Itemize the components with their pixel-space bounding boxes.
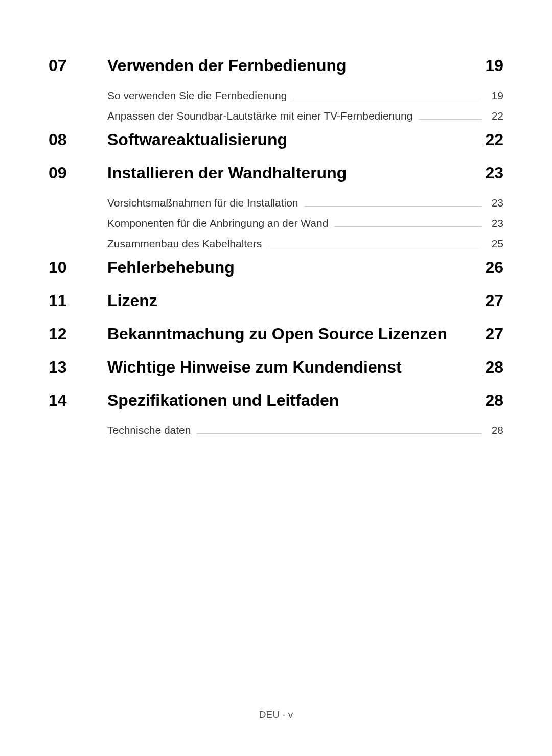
section-title: Verwenden der Fernbedienung [107, 56, 485, 75]
leader-line [293, 99, 482, 99]
toc-section-header[interactable]: 14 Spezifikationen und Leitfaden 28 [49, 391, 503, 410]
sub-entry-title: So verwenden Sie die Fernbedienung [107, 89, 287, 102]
toc-section-header[interactable]: 13 Wichtige Hinweise zum Kundendienst 28 [49, 358, 503, 377]
section-page: 28 [485, 358, 503, 377]
section-title: Wichtige Hinweise zum Kundendienst [107, 358, 485, 377]
toc-content: 07 Verwenden der Fernbedienung 19 So ver… [0, 0, 552, 437]
sub-entry-page: 22 [488, 110, 503, 122]
section-title: Bekanntmachung zu Open Source Lizenzen [107, 325, 485, 343]
sub-entry-page: 19 [488, 89, 503, 102]
toc-section-header[interactable]: 12 Bekanntmachung zu Open Source Lizenze… [49, 325, 503, 343]
toc-section-header[interactable]: 10 Fehlerbehebung 26 [49, 258, 503, 277]
toc-sub-entry[interactable]: Technische daten 28 [107, 424, 503, 437]
sub-entry-page: 23 [488, 197, 503, 209]
toc-section: 12 Bekanntmachung zu Open Source Lizenze… [49, 325, 503, 343]
section-title: Softwareaktualisierung [107, 130, 485, 149]
section-page: 22 [485, 130, 503, 149]
sub-entry-title: Vorsichtsmaßnahmen für die Installation [107, 197, 298, 209]
section-page: 27 [485, 325, 503, 343]
section-number: 14 [49, 391, 107, 410]
toc-sub-entry[interactable]: Zusammenbau des Kabelhalters 25 [107, 238, 503, 250]
sub-entry-title: Zusammenbau des Kabelhalters [107, 238, 262, 250]
toc-section-header[interactable]: 09 Installieren der Wandhalterung 23 [49, 164, 503, 182]
section-number: 09 [49, 164, 107, 182]
toc-section: 07 Verwenden der Fernbedienung 19 So ver… [49, 56, 503, 122]
page-footer: DEU - v [0, 709, 552, 720]
section-page: 26 [485, 258, 503, 277]
toc-section: 09 Installieren der Wandhalterung 23 Vor… [49, 164, 503, 250]
sub-entry-page: 23 [488, 217, 503, 230]
leader-line [268, 247, 482, 247]
sub-entry-title: Technische daten [107, 424, 191, 437]
toc-section: 10 Fehlerbehebung 26 [49, 258, 503, 277]
sub-entry-title: Komponenten für die Anbringung an der Wa… [107, 217, 328, 230]
section-number: 10 [49, 258, 107, 277]
leader-line [334, 226, 482, 227]
section-page: 28 [485, 391, 503, 410]
section-title: Spezifikationen und Leitfaden [107, 391, 485, 410]
toc-section: 13 Wichtige Hinweise zum Kundendienst 28 [49, 358, 503, 377]
section-number: 12 [49, 325, 107, 343]
section-number: 13 [49, 358, 107, 377]
toc-sub-entry[interactable]: Vorsichtsmaßnahmen für die Installation … [107, 197, 503, 209]
toc-section: 14 Spezifikationen und Leitfaden 28 Tech… [49, 391, 503, 437]
toc-section-header[interactable]: 11 Lizenz 27 [49, 291, 503, 310]
section-page: 23 [485, 164, 503, 182]
section-number: 08 [49, 130, 107, 149]
section-title: Installieren der Wandhalterung [107, 164, 485, 182]
leader-line [197, 433, 482, 434]
section-page: 19 [485, 56, 503, 75]
section-title: Fehlerbehebung [107, 258, 485, 277]
toc-sub-entry[interactable]: So verwenden Sie die Fernbedienung 19 [107, 89, 503, 102]
toc-section: 11 Lizenz 27 [49, 291, 503, 310]
section-title: Lizenz [107, 291, 485, 310]
leader-line [419, 119, 482, 120]
toc-sub-entry[interactable]: Komponenten für die Anbringung an der Wa… [107, 217, 503, 230]
sub-entry-page: 28 [488, 424, 503, 437]
toc-section-header[interactable]: 07 Verwenden der Fernbedienung 19 [49, 56, 503, 75]
sub-entry-title: Anpassen der Soundbar-Lautstärke mit ein… [107, 110, 412, 122]
section-number: 11 [49, 291, 107, 310]
toc-section-header[interactable]: 08 Softwareaktualisierung 22 [49, 130, 503, 149]
section-number: 07 [49, 56, 107, 75]
section-page: 27 [485, 291, 503, 310]
toc-sub-entry[interactable]: Anpassen der Soundbar-Lautstärke mit ein… [107, 110, 503, 122]
sub-entry-page: 25 [488, 238, 503, 250]
leader-line [305, 206, 482, 207]
toc-section: 08 Softwareaktualisierung 22 [49, 130, 503, 149]
